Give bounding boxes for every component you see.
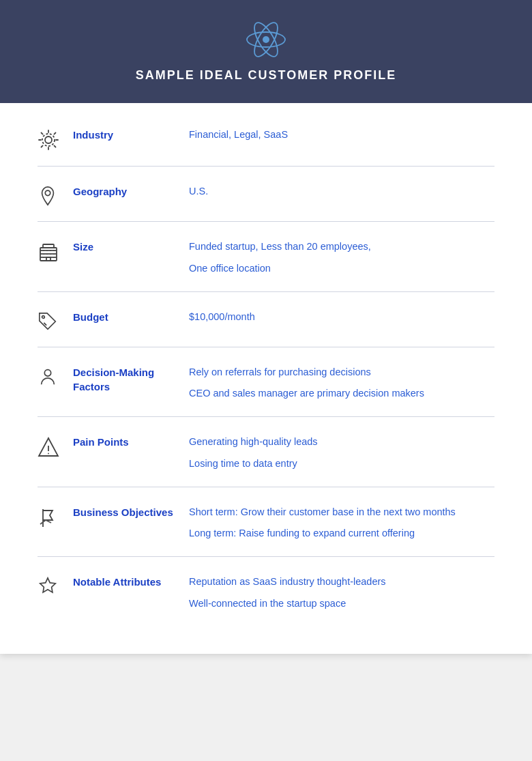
svg-point-12 <box>48 453 49 455</box>
value-text: Well-connected in the startup space <box>189 597 494 612</box>
header: SAMPLE IDEAL CUSTOMER PROFILE <box>0 0 532 103</box>
value-text: U.S. <box>189 184 494 199</box>
svg-point-4 <box>45 137 52 143</box>
row-industry: IndustryFinancial, Legal, SaaS <box>38 110 494 167</box>
warning-icon <box>38 435 73 458</box>
row-decision-making: Decision-Making FactorsRely on referrals… <box>38 347 494 418</box>
value-text: Reputation as SaaS industry thought-lead… <box>189 575 494 590</box>
svg-point-6 <box>45 190 50 196</box>
values-size: Funded startup, Less than 20 employees,O… <box>189 240 494 276</box>
row-notable-attributes: Notable AttributesReputation as SaaS ind… <box>38 557 494 627</box>
values-geography: U.S. <box>189 184 494 199</box>
value-text: Rely on referrals for purchasing decisio… <box>189 365 494 380</box>
label-pain-points: Pain Points <box>73 435 189 449</box>
values-decision-making: Rely on referrals for purchasing decisio… <box>189 365 494 402</box>
content: IndustryFinancial, Legal, SaaS Geography… <box>0 103 532 654</box>
page-title: SAMPLE IDEAL CUSTOMER PROFILE <box>136 68 396 83</box>
label-text: Budget <box>73 311 108 323</box>
svg-rect-8 <box>46 257 50 261</box>
label-size: Size <box>73 240 189 254</box>
flag-icon <box>38 505 73 528</box>
atom-icon <box>246 19 286 60</box>
label-budget: Budget <box>73 310 189 324</box>
label-decision-making: Decision-Making Factors <box>73 365 189 394</box>
value-text: Funded startup, Less than 20 employees, <box>189 240 494 255</box>
star-icon <box>38 575 73 597</box>
label-notable-attributes: Notable Attributes <box>73 575 189 589</box>
building-icon <box>38 240 73 263</box>
label-text: Decision-Making Factors <box>73 367 154 392</box>
value-text: CEO and sales manager are primary decisi… <box>189 386 494 401</box>
value-text: Losing time to data entry <box>189 457 494 472</box>
svg-point-5 <box>42 134 55 146</box>
svg-point-10 <box>44 369 50 375</box>
values-pain-points: Generating high-quality leadsLosing time… <box>189 435 494 472</box>
label-business-objectives: Business Objectives <box>73 505 189 519</box>
value-text: Long term: Raise funding to expand curre… <box>189 526 494 541</box>
label-text: Geography <box>73 186 127 197</box>
svg-point-0 <box>263 36 269 43</box>
svg-point-9 <box>42 315 45 318</box>
row-geography: GeographyU.S. <box>38 167 494 222</box>
card: SAMPLE IDEAL CUSTOMER PROFILE IndustryFi… <box>0 0 532 654</box>
row-size: SizeFunded startup, Less than 20 employe… <box>38 222 494 292</box>
label-text: Industry <box>73 129 113 141</box>
label-industry: Industry <box>73 128 189 142</box>
label-text: Business Objectives <box>73 506 173 518</box>
row-budget: Budget$10,000/month <box>38 292 494 347</box>
label-geography: Geography <box>73 184 189 199</box>
value-text: Generating high-quality leads <box>189 435 494 450</box>
values-budget: $10,000/month <box>189 310 494 325</box>
row-pain-points: Pain PointsGenerating high-quality leads… <box>38 417 494 487</box>
values-notable-attributes: Reputation as SaaS industry thought-lead… <box>189 575 494 612</box>
label-text: Size <box>73 241 93 253</box>
row-business-objectives: Business ObjectivesShort term: Grow thei… <box>38 487 494 558</box>
location-icon <box>38 184 73 206</box>
person-icon <box>38 365 73 387</box>
values-industry: Financial, Legal, SaaS <box>189 128 494 143</box>
value-text: Short term: Grow their customer base in … <box>189 505 494 520</box>
values-business-objectives: Short term: Grow their customer base in … <box>189 505 494 542</box>
label-text: Pain Points <box>73 436 129 448</box>
tag-icon <box>38 310 73 332</box>
value-text: One office location <box>189 261 494 276</box>
label-text: Notable Attributes <box>73 576 161 588</box>
gear-icon <box>38 128 73 151</box>
value-text: $10,000/month <box>189 310 494 325</box>
value-text: Financial, Legal, SaaS <box>189 128 494 143</box>
